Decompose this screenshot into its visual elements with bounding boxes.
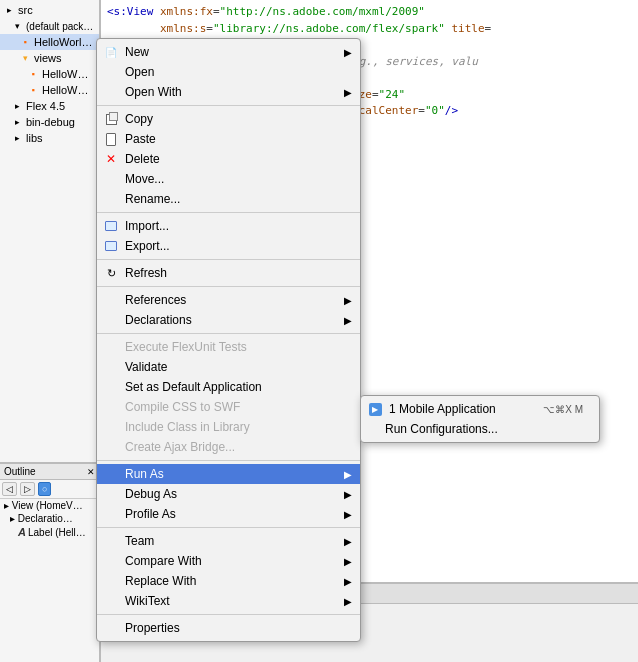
menu-item-compare-with[interactable]: Compare With ▶ — [97, 551, 360, 571]
mxml-icon: ▪ — [26, 67, 40, 81]
submenu-arrow: ▶ — [344, 469, 352, 480]
folder-icon: ▸ — [2, 3, 16, 17]
menu-item-properties[interactable]: Properties — [97, 618, 360, 638]
menu-item-validate[interactable]: Validate — [97, 357, 360, 377]
mxml-icon: ▪ — [26, 83, 40, 97]
menu-item-rename[interactable]: Rename... — [97, 189, 360, 209]
submenu-arrow: ▶ — [344, 576, 352, 587]
copy-icon — [103, 111, 119, 127]
refresh-icon: ↻ — [103, 265, 119, 281]
tree-item-helloworld[interactable]: ▪ HelloWorld.mxml — [0, 34, 99, 50]
menu-label: Properties — [125, 621, 180, 635]
menu-label: References — [125, 293, 186, 307]
menu-label: Set as Default Application — [125, 380, 262, 394]
tree-label: Flex 4.5 — [26, 100, 65, 112]
folder-icon: ▸ — [10, 115, 24, 129]
outline-item-declaration[interactable]: ▸ Declaratio… — [0, 512, 99, 525]
menu-item-export[interactable]: Export... — [97, 236, 360, 256]
menu-label: Import... — [125, 219, 169, 233]
outline-btn2[interactable]: ▷ — [20, 482, 35, 496]
menu-label: Rename... — [125, 192, 180, 206]
folder-icon: ▾ — [18, 51, 32, 65]
outline-btn1[interactable]: ◁ — [2, 482, 17, 496]
tree-item-libs[interactable]: ▸ libs — [0, 130, 99, 146]
mxml-icon: ▪ — [18, 35, 32, 49]
menu-label: Run Configurations... — [385, 422, 498, 436]
menu-item-delete[interactable]: ✕ Delete — [97, 149, 360, 169]
menu-item-refresh[interactable]: ↻ Refresh — [97, 263, 360, 283]
menu-item-new[interactable]: 📄 New ▶ — [97, 42, 360, 62]
submenu-arrow: ▶ — [344, 556, 352, 567]
menu-item-declarations[interactable]: Declarations ▶ — [97, 310, 360, 330]
run-as-submenu: ▶ 1 Mobile Application ⌥⌘X M Run Configu… — [360, 395, 600, 443]
menu-label: Compare With — [125, 554, 202, 568]
menu-item-references[interactable]: References ▶ — [97, 290, 360, 310]
menu-label: Export... — [125, 239, 170, 253]
submenu-arrow: ▶ — [344, 47, 352, 58]
menu-label: Paste — [125, 132, 156, 146]
menu-item-set-default[interactable]: Set as Default Application — [97, 377, 360, 397]
outline-title: Outline — [4, 466, 36, 477]
menu-label: Refresh — [125, 266, 167, 280]
outline-item-label[interactable]: A Label (Hell… — [0, 525, 99, 539]
tree-item-views[interactable]: ▾ views — [0, 50, 99, 66]
menu-separator — [97, 259, 360, 260]
menu-item-wikitext[interactable]: WikiText ▶ — [97, 591, 360, 611]
submenu-arrow: ▶ — [344, 509, 352, 520]
tree-label: libs — [26, 132, 43, 144]
folder-icon: ▸ — [10, 99, 24, 113]
tree-label: bin-debug — [26, 116, 75, 128]
tree-label: src — [18, 4, 33, 16]
menu-item-include-class: Include Class in Library — [97, 417, 360, 437]
submenu-item-run-configs[interactable]: Run Configurations... — [361, 419, 599, 439]
code-line: <s:View xmlns:fx="http://ns.adobe.com/mx… — [107, 4, 632, 21]
outline-controls: ✕ — [87, 467, 95, 477]
menu-item-paste[interactable]: Paste — [97, 129, 360, 149]
menu-item-open-with[interactable]: Open With ▶ — [97, 82, 360, 102]
menu-item-profile-as[interactable]: Profile As ▶ — [97, 504, 360, 524]
menu-label: Copy — [125, 112, 153, 126]
submenu-arrow: ▶ — [344, 596, 352, 607]
menu-item-import[interactable]: Import... — [97, 216, 360, 236]
new-icon: 📄 — [103, 44, 119, 60]
menu-separator — [97, 286, 360, 287]
menu-item-open[interactable]: Open — [97, 62, 360, 82]
menu-separator — [97, 527, 360, 528]
menu-item-ajax-bridge: Create Ajax Bridge... — [97, 437, 360, 457]
outline-panel: Outline ✕ ◁ ▷ ○ ▸ View (HomeV… ▸ Declara… — [0, 462, 100, 662]
outline-item-view[interactable]: ▸ View (HomeV… — [0, 499, 99, 512]
menu-item-team[interactable]: Team ▶ — [97, 531, 360, 551]
menu-separator — [97, 333, 360, 334]
menu-item-debug-as[interactable]: Debug As ▶ — [97, 484, 360, 504]
submenu-arrow: ▶ — [344, 489, 352, 500]
run-icon: ▶ — [367, 401, 383, 417]
menu-label: Move... — [125, 172, 164, 186]
menu-item-move[interactable]: Move... — [97, 169, 360, 189]
menu-item-flexunit: Execute FlexUnit Tests — [97, 337, 360, 357]
menu-label: Replace With — [125, 574, 196, 588]
menu-label: Run As — [125, 467, 164, 481]
submenu-arrow: ▶ — [344, 295, 352, 306]
menu-label: Execute FlexUnit Tests — [125, 340, 247, 354]
tree-item-hello1[interactable]: ▪ HelloW… — [0, 66, 99, 82]
tree-label: HelloW… — [42, 84, 88, 96]
menu-separator — [97, 105, 360, 106]
menu-item-copy[interactable]: Copy — [97, 109, 360, 129]
menu-separator — [97, 460, 360, 461]
tree-item-hello2[interactable]: ▪ HelloW… — [0, 82, 99, 98]
tree-item-bindebug[interactable]: ▸ bin-debug — [0, 114, 99, 130]
submenu-item-mobile-app[interactable]: ▶ 1 Mobile Application ⌥⌘X M — [361, 399, 599, 419]
tree-item-default-package[interactable]: ▾ (default package) — [0, 18, 99, 34]
tree-item-flex[interactable]: ▸ Flex 4.5 — [0, 98, 99, 114]
outline-btn3[interactable]: ○ — [38, 482, 51, 496]
menu-item-replace-with[interactable]: Replace With ▶ — [97, 571, 360, 591]
menu-item-run-as[interactable]: Run As ▶ — [97, 464, 360, 484]
delete-icon: ✕ — [103, 151, 119, 167]
tree-label: HelloWorld.mxml — [34, 36, 97, 48]
menu-label: Create Ajax Bridge... — [125, 440, 235, 454]
menu-label: New — [125, 45, 149, 59]
tree-label: HelloW… — [42, 68, 88, 80]
tree-item-src[interactable]: ▸ src — [0, 2, 99, 18]
folder-icon: ▸ — [10, 131, 24, 145]
menu-label: Debug As — [125, 487, 177, 501]
